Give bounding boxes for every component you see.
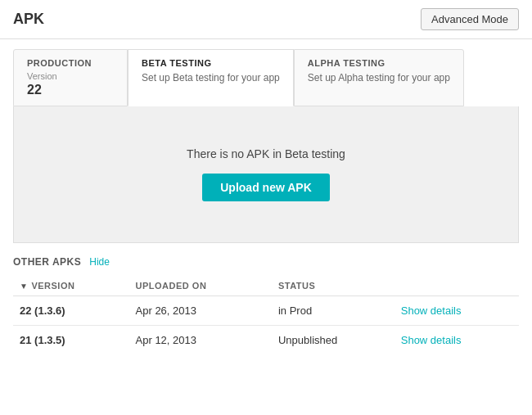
tab-production-version-num: 22 bbox=[27, 83, 114, 97]
sort-arrow-icon: ▼ bbox=[20, 282, 28, 291]
col-version: ▼ VERSION bbox=[13, 276, 129, 296]
other-apks-section: OTHER APKS Hide ▼ VERSION UPLOADED ON ST… bbox=[0, 243, 532, 354]
tab-beta-label: BETA TESTING bbox=[142, 58, 280, 68]
tab-alpha[interactable]: ALPHA TESTING Set up Alpha testing for y… bbox=[294, 49, 464, 106]
other-apks-header: OTHER APKS Hide bbox=[13, 256, 519, 268]
tab-beta[interactable]: BETA TESTING Set up Beta testing for you… bbox=[128, 49, 294, 106]
tab-beta-desc: Set up Beta testing for your app bbox=[142, 71, 280, 85]
show-details-link-0[interactable]: Show details bbox=[401, 304, 462, 317]
table-header-row: ▼ VERSION UPLOADED ON STATUS bbox=[13, 276, 519, 296]
hide-link[interactable]: Hide bbox=[89, 256, 110, 268]
tab-production-version-label: Version bbox=[27, 71, 114, 81]
col-action bbox=[394, 276, 519, 296]
other-apks-title: OTHER APKS bbox=[13, 256, 81, 268]
main-content: There is no APK in Beta testing Upload n… bbox=[13, 106, 519, 243]
tab-production-label: PRODUCTION bbox=[27, 58, 114, 68]
col-status: STATUS bbox=[272, 276, 394, 296]
apk-table: ▼ VERSION UPLOADED ON STATUS 22 (1.3.6) … bbox=[13, 276, 519, 354]
tab-alpha-desc: Set up Alpha testing for your app bbox=[308, 71, 450, 85]
cell-action-0: Show details bbox=[394, 296, 519, 326]
page-title: APK bbox=[13, 11, 44, 28]
page-header: APK Advanced Mode bbox=[0, 0, 532, 39]
no-apk-message: There is no APK in Beta testing bbox=[187, 147, 345, 160]
table-row: 22 (1.3.6) Apr 26, 2013 in Prod Show det… bbox=[13, 296, 519, 326]
advanced-mode-button[interactable]: Advanced Mode bbox=[421, 8, 519, 30]
cell-action-1: Show details bbox=[394, 326, 519, 355]
upload-apk-button[interactable]: Upload new APK bbox=[202, 174, 330, 201]
cell-uploaded-1: Apr 12, 2013 bbox=[129, 326, 272, 355]
cell-uploaded-0: Apr 26, 2013 bbox=[129, 296, 272, 326]
cell-status-1: Unpublished bbox=[272, 326, 394, 355]
show-details-link-1[interactable]: Show details bbox=[401, 334, 462, 346]
col-version-label: VERSION bbox=[31, 281, 74, 291]
cell-version-1: 21 (1.3.5) bbox=[13, 326, 129, 355]
table-row: 21 (1.3.5) Apr 12, 2013 Unpublished Show… bbox=[13, 326, 519, 355]
cell-status-0: in Prod bbox=[272, 296, 394, 326]
tabs-container: PRODUCTION Version 22 BETA TESTING Set u… bbox=[0, 39, 532, 106]
tab-alpha-label: ALPHA TESTING bbox=[308, 58, 450, 68]
tab-production[interactable]: PRODUCTION Version 22 bbox=[13, 49, 128, 106]
cell-version-0: 22 (1.3.6) bbox=[13, 296, 129, 326]
col-uploaded-on: UPLOADED ON bbox=[129, 276, 272, 296]
